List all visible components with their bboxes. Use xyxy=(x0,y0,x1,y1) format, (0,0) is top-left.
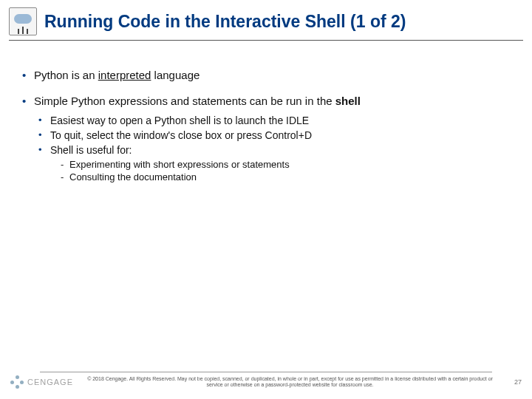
bullet-level2: To quit, select the window's close box o… xyxy=(38,129,510,141)
bullet-level1: Python is an interpreted language xyxy=(22,69,510,81)
text: Simple Python expressions and statements… xyxy=(34,95,335,107)
bullet-level1: Simple Python expressions and statements… xyxy=(22,95,510,107)
footer-divider xyxy=(40,372,492,372)
bullet-level2: Easiest way to open a Python shell is to… xyxy=(38,115,510,126)
copyright-text: © 2018 Cengage. All Rights Reserved. May… xyxy=(81,376,499,389)
text-bold: shell xyxy=(335,95,361,107)
text: Python is an xyxy=(34,69,98,81)
logo-mark-icon xyxy=(10,375,24,389)
slide-title: Running Code in the Interactive Shell (1… xyxy=(44,12,406,32)
terminal-cloud-icon xyxy=(9,7,37,35)
slide-content: Python is an interpreted language Simple… xyxy=(0,41,532,183)
page-number: 27 xyxy=(499,378,522,386)
text-underlined: interpreted xyxy=(98,69,151,81)
text: language xyxy=(151,69,200,81)
slide-footer: CENGAGE © 2018 Cengage. All Rights Reser… xyxy=(0,372,532,389)
bullet-level3: Consulting the documentation xyxy=(61,171,510,183)
footer-row: CENGAGE © 2018 Cengage. All Rights Reser… xyxy=(10,375,522,389)
bullet-level3: Experimenting with short expressions or … xyxy=(61,159,510,170)
logo-text: CENGAGE xyxy=(27,378,73,386)
slide-header: Running Code in the Interactive Shell (1… xyxy=(0,0,532,35)
bullet-level2: Shell is useful for: xyxy=(38,144,510,156)
cengage-logo: CENGAGE xyxy=(10,375,73,389)
